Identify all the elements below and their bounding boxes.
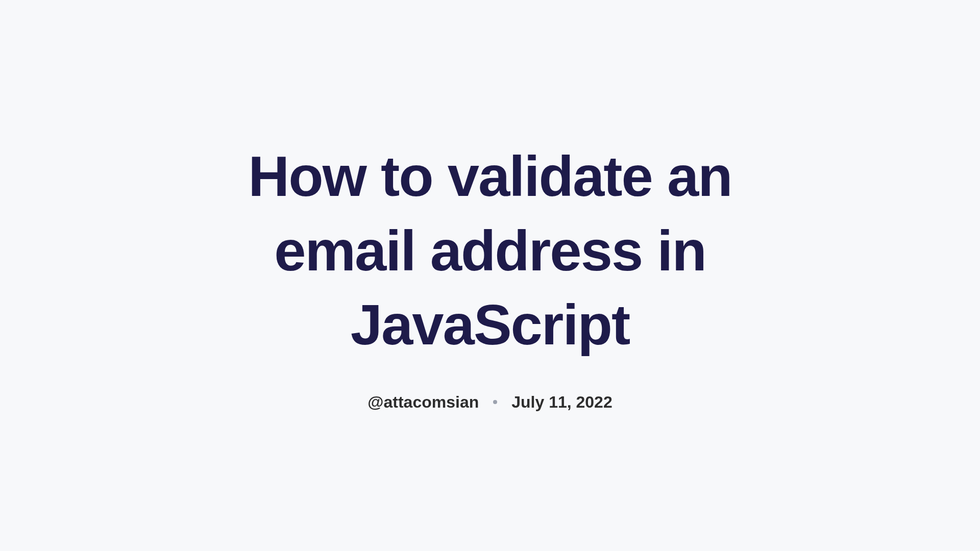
article-meta: @attacomsian July 11, 2022 <box>204 393 776 412</box>
publish-date: July 11, 2022 <box>511 393 612 412</box>
article-header: How to validate an email address in Java… <box>184 139 796 412</box>
author-handle: @attacomsian <box>368 393 479 412</box>
bullet-separator-icon <box>493 400 497 404</box>
article-title: How to validate an email address in Java… <box>204 139 776 362</box>
